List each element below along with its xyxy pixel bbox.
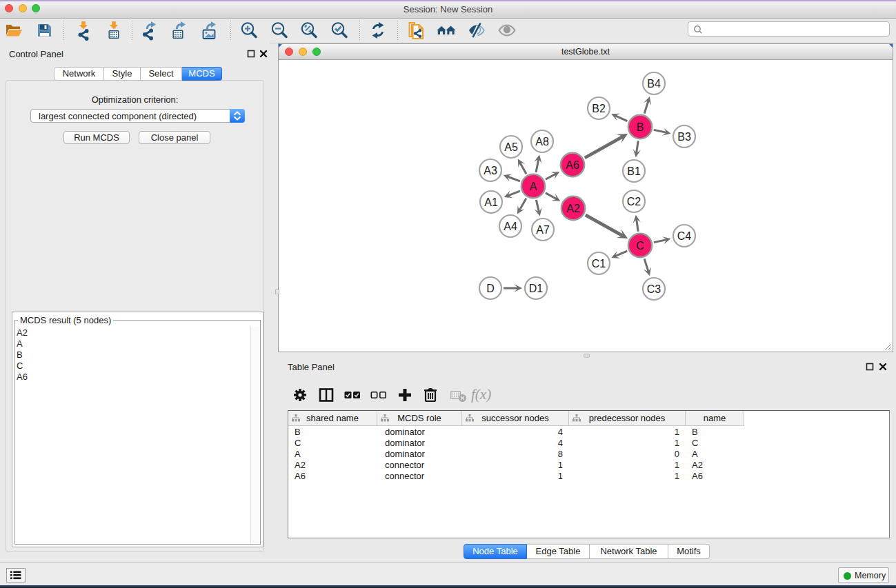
svg-text:A4: A4 [504, 221, 517, 232]
svg-text:B4: B4 [647, 78, 661, 90]
svg-text:C: C [636, 240, 644, 252]
svg-text:D1: D1 [529, 283, 544, 294]
svg-text:B2: B2 [592, 103, 606, 114]
svg-text:D: D [486, 283, 495, 294]
svg-text:B1: B1 [627, 165, 641, 177]
svg-text:C3: C3 [647, 283, 661, 295]
svg-text:A2: A2 [566, 203, 580, 214]
svg-text:A1: A1 [484, 196, 498, 208]
svg-text:C2: C2 [627, 196, 641, 207]
svg-text:A8: A8 [535, 136, 549, 148]
svg-text:B3: B3 [677, 131, 691, 143]
svg-text:A3: A3 [484, 165, 497, 176]
svg-text:A5: A5 [504, 141, 518, 153]
svg-text:B: B [637, 121, 644, 133]
svg-text:A6: A6 [566, 159, 579, 171]
svg-text:C4: C4 [677, 230, 692, 242]
svg-text:A: A [530, 181, 537, 192]
svg-text:C1: C1 [592, 258, 606, 270]
svg-text:A7: A7 [536, 224, 550, 236]
